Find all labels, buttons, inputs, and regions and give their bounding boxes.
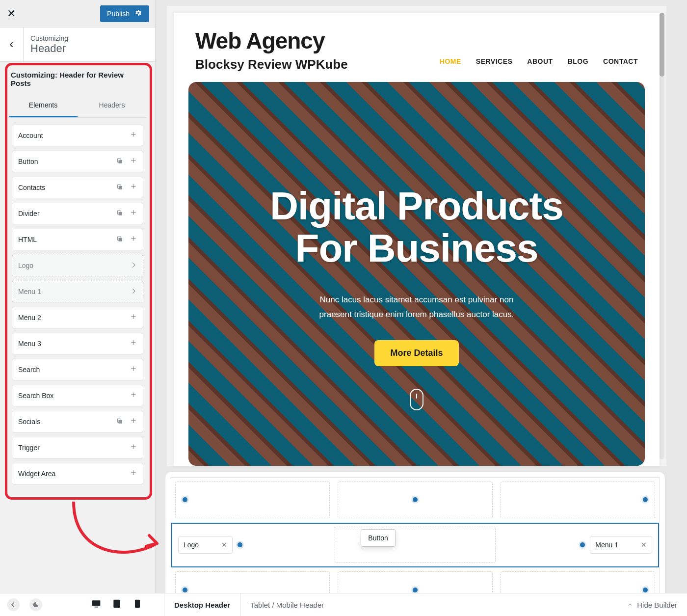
slot-dot[interactable] — [183, 588, 187, 592]
gear-icon[interactable] — [134, 9, 142, 18]
hero-heading: Digital ProductsFor Business — [270, 185, 563, 270]
slot-dot[interactable] — [580, 542, 585, 547]
nav-blog[interactable]: BLOG — [568, 57, 588, 65]
hide-builder-button[interactable]: Hide Builder — [627, 601, 677, 609]
site-logo[interactable]: Web Agency Blocksy Review WPKube — [195, 27, 348, 72]
element-label: Divider — [18, 210, 40, 217]
element-menu-2[interactable]: Menu 2 — [12, 307, 143, 328]
publish-label: Publish — [107, 10, 130, 18]
tab-elements[interactable]: Elements — [9, 94, 78, 117]
element-label: Contacts — [18, 184, 45, 191]
cta-button[interactable]: More Details — [374, 340, 458, 366]
collapse-icon[interactable] — [7, 598, 20, 611]
clone-icon[interactable] — [116, 158, 123, 166]
element-trigger[interactable]: Trigger — [12, 437, 143, 458]
element-label: HTML — [18, 236, 37, 243]
mobile-icon[interactable] — [132, 599, 142, 611]
tab-headers[interactable]: Headers — [78, 94, 146, 117]
svg-rect-2 — [119, 186, 122, 189]
publish-button[interactable]: Publish — [100, 5, 149, 22]
element-menu-1[interactable]: Menu 1 — [12, 281, 143, 302]
nav-contact[interactable]: CONTACT — [603, 57, 638, 65]
panel-tabs: Elements Headers — [9, 94, 146, 118]
scroll-mouse-icon — [410, 389, 423, 410]
slot-dot[interactable] — [643, 497, 648, 502]
element-search[interactable]: Search — [12, 359, 143, 380]
device-switcher — [91, 599, 142, 611]
dark-mode-icon[interactable] — [29, 598, 42, 611]
drag-icon[interactable] — [130, 314, 137, 322]
svg-rect-12 — [114, 600, 120, 608]
hero-paragraph: Nunc lacus lacus sitamet accumsan est pu… — [304, 293, 529, 322]
sidebar-topbar: ✕ Publish — [0, 0, 155, 27]
drag-icon[interactable] — [130, 444, 137, 452]
element-label: Button — [18, 158, 38, 165]
slot-dot[interactable] — [413, 497, 418, 502]
drag-icon[interactable] — [130, 210, 137, 218]
clone-icon[interactable] — [116, 210, 123, 218]
element-contacts[interactable]: Contacts — [12, 177, 143, 198]
element-label: Search — [18, 366, 40, 374]
tablet-icon[interactable] — [112, 599, 122, 611]
element-button[interactable]: Button — [12, 151, 143, 172]
svg-rect-13 — [135, 600, 139, 608]
desktop-icon[interactable] — [91, 599, 101, 611]
chevron-right-icon[interactable] — [130, 288, 137, 296]
slot-dot[interactable] — [413, 588, 418, 592]
element-label: Widget Area — [18, 470, 55, 478]
element-search-box[interactable]: Search Box — [12, 385, 143, 406]
drag-icon[interactable] — [130, 366, 137, 374]
element-label: Menu 1 — [18, 288, 41, 295]
back-button[interactable] — [0, 27, 24, 61]
builder-row-top[interactable] — [171, 478, 659, 523]
element-widget-area[interactable]: Widget Area — [12, 463, 143, 484]
logo-title: Web Agency — [195, 27, 348, 54]
drag-icon[interactable] — [130, 470, 137, 478]
chip-close-icon[interactable]: ✕ — [641, 541, 647, 549]
drag-icon[interactable] — [130, 158, 137, 166]
element-account[interactable]: Account — [12, 125, 143, 146]
close-icon[interactable]: ✕ — [6, 8, 17, 19]
tab-desktop-header[interactable]: Desktop Header — [164, 593, 240, 616]
slot-dot[interactable] — [643, 588, 648, 592]
builder-chip-menu1[interactable]: Menu 1✕ — [590, 536, 652, 554]
chevron-right-icon[interactable] — [130, 262, 137, 270]
element-menu-3[interactable]: Menu 3 — [12, 333, 143, 354]
tab-mobile-header[interactable]: Tablet / Mobile Header — [240, 593, 334, 616]
builder-tabs: Desktop Header Tablet / Mobile Header — [164, 593, 334, 616]
svg-rect-6 — [119, 238, 122, 241]
nav-about[interactable]: ABOUT — [527, 57, 553, 65]
element-label: Menu 3 — [18, 340, 41, 348]
nav-home[interactable]: HOME — [440, 57, 461, 65]
element-label: Account — [18, 132, 43, 139]
scrollbar-thumb[interactable] — [660, 13, 664, 77]
drag-ghost-button[interactable]: Button — [361, 529, 395, 547]
svg-rect-11 — [95, 607, 98, 608]
clone-icon[interactable] — [116, 418, 123, 426]
drag-icon[interactable] — [130, 340, 137, 348]
slot-dot[interactable] — [183, 497, 187, 502]
element-logo[interactable]: Logo — [12, 255, 143, 276]
element-socials[interactable]: Socials — [12, 411, 143, 432]
drag-icon[interactable] — [130, 236, 137, 244]
chip-close-icon[interactable]: ✕ — [221, 541, 227, 549]
nav-services[interactable]: SERVICES — [476, 57, 513, 65]
drag-icon[interactable] — [130, 184, 137, 192]
drag-icon[interactable] — [130, 132, 137, 140]
site-header: Web Agency Blocksy Review WPKube HOMESER… — [174, 13, 660, 72]
drag-icon[interactable] — [130, 392, 137, 400]
element-html[interactable]: HTML — [12, 229, 143, 250]
svg-rect-0 — [119, 160, 122, 163]
hero-section: Digital ProductsFor Business Nunc lacus … — [188, 82, 645, 466]
slot-dot[interactable] — [238, 542, 242, 547]
element-label: Trigger — [18, 444, 40, 452]
clone-icon[interactable] — [116, 236, 123, 244]
builder-chip-logo[interactable]: Logo✕ — [178, 536, 233, 554]
clone-icon[interactable] — [116, 184, 123, 192]
scrollbar-track — [660, 13, 664, 459]
svg-rect-4 — [119, 212, 122, 215]
drag-icon[interactable] — [130, 418, 137, 426]
panel-title: Customizing: Header for Review Posts — [0, 62, 155, 94]
builder-row-middle[interactable]: Logo✕ Button Menu 1✕ — [171, 523, 659, 568]
element-divider[interactable]: Divider — [12, 203, 143, 224]
